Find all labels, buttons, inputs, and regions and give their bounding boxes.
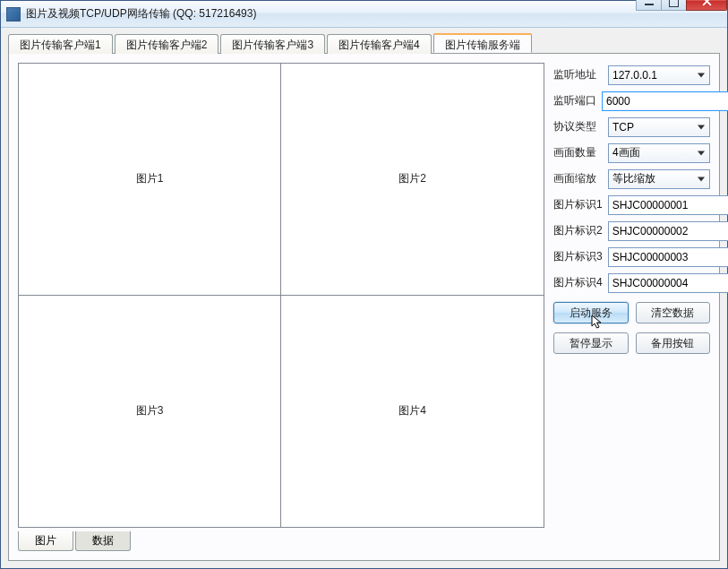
tab-client-2[interactable]: 图片传输客户端2	[115, 34, 219, 54]
label-img-id-1: 图片标识1	[553, 197, 603, 212]
row-listen-addr: 监听地址 127.0.0.1	[553, 65, 710, 85]
preview-cell-3: 图片3	[19, 296, 281, 528]
label-grid-count: 画面数量	[553, 145, 603, 160]
input-img-id-4[interactable]	[608, 273, 728, 293]
label-scale-mode: 画面缩放	[553, 171, 603, 186]
input-img-id-1[interactable]	[608, 195, 728, 215]
label-img-id-4: 图片标识4	[553, 275, 603, 290]
app-icon	[6, 7, 21, 22]
combo-protocol[interactable]: TCP	[608, 117, 710, 137]
label-listen-addr: 监听地址	[553, 67, 603, 82]
input-img-id-2[interactable]	[608, 221, 728, 241]
client-area: 图片传输客户端1 图片传输客户端2 图片传输客户端3 图片传输客户端4 图片传输…	[1, 28, 727, 568]
left-column: 图片1 图片2 图片3 图片4 图片 数据	[18, 63, 544, 551]
clear-data-button[interactable]: 清空数据	[636, 302, 711, 323]
tab-client-1[interactable]: 图片传输客户端1	[8, 34, 113, 54]
tab-server[interactable]: 图片传输服务端	[433, 33, 532, 53]
row-img-id-2: 图片标识2	[553, 220, 710, 241]
minimize-button[interactable]	[636, 0, 662, 11]
label-img-id-3: 图片标识3	[553, 249, 603, 264]
row-img-id-3: 图片标识3	[553, 246, 710, 267]
close-button[interactable]	[686, 0, 727, 11]
input-listen-port[interactable]	[602, 91, 728, 111]
button-row-2: 暂停显示 备用按钮	[553, 332, 710, 354]
row-img-id-1: 图片标识1	[553, 194, 710, 215]
row-scale-mode: 画面缩放 等比缩放	[553, 168, 710, 189]
bottom-tab-image[interactable]: 图片	[18, 531, 73, 551]
combo-grid-count[interactable]: 4画面	[608, 143, 710, 163]
app-window: 图片及视频TCP/UDP网络传输 (QQ: 517216493) 图片传输客户端…	[0, 0, 728, 569]
row-protocol: 协议类型 TCP	[553, 116, 710, 137]
tab-client-4[interactable]: 图片传输客户端4	[327, 34, 432, 54]
spare-button[interactable]: 备用按钮	[636, 332, 711, 354]
top-tabs: 图片传输客户端1 图片传输客户端2 图片传输客户端3 图片传输客户端4 图片传输…	[8, 33, 720, 53]
preview-grid: 图片1 图片2 图片3 图片4	[18, 63, 544, 528]
row-img-id-4: 图片标识4	[553, 272, 710, 293]
input-img-id-3[interactable]	[608, 247, 728, 267]
window-title: 图片及视频TCP/UDP网络传输 (QQ: 517216493)	[26, 6, 637, 22]
window-controls	[637, 0, 727, 11]
label-img-id-2: 图片标识2	[553, 223, 603, 238]
preview-cell-4: 图片4	[281, 296, 544, 528]
tab-page-server: 图片1 图片2 图片3 图片4 图片 数据 监听地址 127.0.0.1 监听端…	[8, 53, 720, 561]
row-grid-count: 画面数量 4画面	[553, 142, 710, 163]
bottom-tab-data[interactable]: 数据	[75, 531, 131, 551]
titlebar[interactable]: 图片及视频TCP/UDP网络传输 (QQ: 517216493)	[1, 1, 727, 28]
settings-panel: 监听地址 127.0.0.1 监听端口 协议类型 TCP 画面数量 4画面 画面…	[553, 63, 710, 551]
preview-cell-1: 图片1	[19, 64, 281, 296]
row-listen-port: 监听端口	[553, 91, 710, 111]
start-service-button[interactable]: 启动服务	[553, 302, 629, 323]
tab-client-3[interactable]: 图片传输客户端3	[220, 34, 325, 54]
label-listen-port: 监听端口	[553, 93, 596, 108]
pause-display-button[interactable]: 暂停显示	[553, 332, 629, 354]
combo-listen-addr[interactable]: 127.0.0.1	[608, 65, 710, 85]
button-row-1: 启动服务 清空数据	[553, 302, 710, 323]
combo-scale-mode[interactable]: 等比缩放	[608, 169, 710, 189]
bottom-tabs: 图片 数据	[18, 531, 544, 551]
preview-cell-2: 图片2	[281, 64, 544, 296]
label-protocol: 协议类型	[553, 119, 603, 134]
maximize-button[interactable]	[661, 0, 687, 11]
